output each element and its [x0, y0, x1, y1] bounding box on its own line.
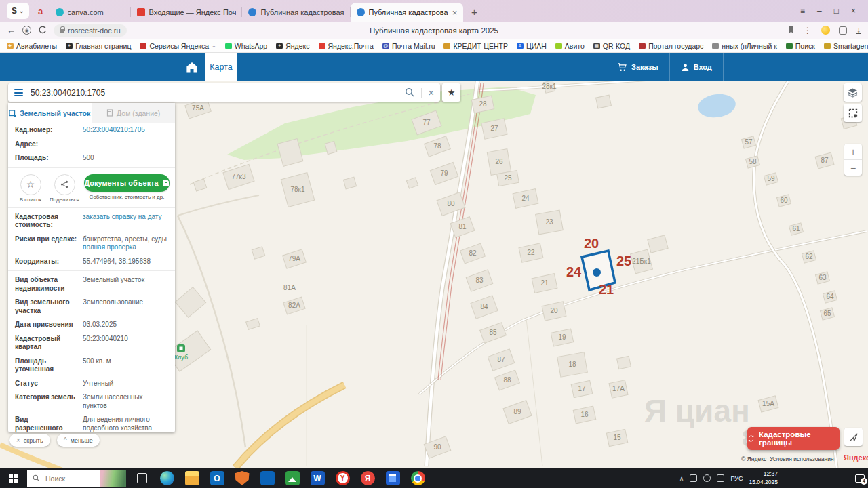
extensions-menu-icon[interactable]: ⋮ — [804, 26, 812, 35]
chrome-icon[interactable] — [409, 470, 427, 487]
language-indicator[interactable]: РУС — [730, 475, 743, 482]
tray-icon[interactable] — [690, 474, 697, 482]
alice-icon[interactable] — [821, 26, 830, 35]
house-number-label: 60 — [780, 197, 788, 204]
notification-center-icon[interactable]: 4 — [855, 474, 865, 483]
downloads-icon[interactable]: ↓ — [856, 26, 861, 34]
tray-expand-icon[interactable]: ∧ — [679, 475, 684, 482]
bookmark-item[interactable]: Smartagent.ru — [824, 42, 868, 50]
info-link[interactable]: полная проверка — [83, 243, 168, 252]
nav-tab-map[interactable]: Карта — [205, 53, 237, 81]
documents-caption: Собственник, стоимость и др. — [90, 194, 165, 200]
orders-button[interactable]: Заказы — [606, 53, 669, 81]
bookmark-item[interactable]: ✈Авиабилеты — [7, 42, 57, 50]
browser-tab[interactable]: Публичная кадастрова× — [351, 3, 464, 22]
tray-icon[interactable] — [717, 474, 724, 482]
info-row: Кад.номер:50:23:0040210:1705 — [8, 123, 175, 138]
file-explorer-icon[interactable] — [183, 470, 201, 487]
home-button[interactable] — [180, 53, 203, 81]
refresh-button[interactable] — [38, 26, 47, 35]
bookmark-item[interactable]: +Главная страниц — [66, 42, 131, 50]
taskbar-search-input[interactable] — [44, 474, 92, 483]
bookmark-item[interactable]: Сервисы Яндекса⌄ — [140, 42, 216, 50]
bookmark-item[interactable]: ▦QR-КОД — [593, 42, 630, 50]
bookmark-item[interactable]: +Яндекс — [276, 42, 309, 50]
browser-menu-icon[interactable]: ≡ — [800, 6, 805, 16]
photos-icon[interactable] — [283, 470, 301, 487]
map-canvas[interactable]: 75А77к378к179А81А82А77787980818283848587… — [0, 81, 868, 468]
back-button[interactable]: ← — [7, 26, 16, 35]
browser-tab[interactable]: Публичная кадастровая — [242, 3, 350, 22]
extension-icon[interactable] — [839, 26, 847, 35]
outlook-icon[interactable]: O — [208, 470, 226, 487]
site-settings-icon[interactable]: ◉ — [22, 26, 31, 35]
bookmark-item[interactable]: АЦИАН — [517, 42, 547, 50]
terms-link[interactable]: Условия использования — [770, 455, 833, 462]
search-icon[interactable] — [405, 87, 415, 98]
measure-button[interactable] — [844, 104, 862, 122]
task-view-icon[interactable] — [133, 470, 151, 487]
taskbar-search[interactable] — [27, 470, 126, 487]
cian-icon: А — [517, 43, 524, 49]
new-tab-button[interactable]: + — [466, 3, 482, 20]
close-window-button[interactable]: × — [851, 6, 856, 16]
defender-icon[interactable] — [233, 470, 251, 487]
house-number-label: 28 — [479, 100, 487, 108]
store-icon[interactable] — [258, 470, 276, 487]
browser-tab[interactable]: canva.com — [50, 3, 131, 22]
bookmark-item[interactable]: Яндекс.Почта — [319, 42, 374, 50]
edge-icon[interactable] — [158, 470, 176, 487]
search-input[interactable] — [29, 87, 399, 98]
bookmark-item[interactable]: Авито — [555, 42, 585, 50]
favorites-button[interactable]: ★ — [442, 83, 460, 102]
search-icon — [33, 474, 40, 482]
pinned-tab[interactable]: a — [33, 3, 48, 19]
url-field[interactable]: rosreestr-doc.ru — [54, 24, 127, 37]
info-link[interactable]: 50:23:0040210:1705 — [83, 126, 145, 134]
minimize-button[interactable]: – — [817, 6, 822, 16]
tab-building[interactable]: Дом (здание) — [92, 103, 176, 123]
bookmark-item[interactable]: @Почта Mail.ru — [382, 42, 435, 50]
bookmark-item[interactable]: Поиск — [786, 42, 815, 50]
bookmark-ribbon-icon[interactable] — [787, 26, 795, 35]
refresh-icon — [747, 434, 755, 443]
browser-tab[interactable]: Входящие — Яндекс Поч — [131, 3, 243, 22]
bookmark-item[interactable]: КРЕДИТ-ЦЕНТР — [443, 42, 507, 50]
info-label: Адрес: — [15, 140, 77, 149]
tab-land-parcel[interactable]: Земельный участок — [8, 103, 92, 123]
zoom-out-button[interactable]: − — [844, 160, 862, 176]
bookmark-label: нных (пЛичный к — [722, 42, 776, 50]
share-button[interactable]: Поделиться — [47, 174, 81, 203]
hide-panel-button[interactable]: × скрыть — [9, 434, 50, 447]
browser-profile-button[interactable]: S ⌄ — [7, 3, 29, 19]
word-icon[interactable]: W — [309, 470, 326, 487]
object-documents-button[interactable]: Документы объекта — [84, 174, 170, 192]
zoom-in-button[interactable]: + — [844, 144, 862, 160]
bookmark-item[interactable]: Портал государс — [639, 42, 703, 50]
add-to-list-button[interactable]: ☆ В список — [14, 174, 47, 203]
bookmark-item[interactable]: WhatsApp — [225, 42, 267, 50]
info-value: 03.03.2025 — [83, 321, 168, 329]
login-button[interactable]: Вход — [669, 53, 724, 81]
page-title: Публичная кадастровая карта 2025 — [0, 26, 868, 35]
tray-icon[interactable] — [703, 474, 711, 482]
bookmark-item[interactable]: нных (пЛичный к — [712, 42, 776, 50]
start-button[interactable] — [0, 468, 27, 488]
maximize-button[interactable]: □ — [834, 6, 839, 16]
info-text: Землепользование — [83, 298, 143, 306]
house-number-label: 78 — [433, 142, 441, 150]
geolocation-button[interactable] — [844, 428, 863, 446]
clear-search-icon[interactable]: × — [428, 87, 434, 98]
info-link[interactable]: заказать справку на дату — [83, 213, 162, 220]
less-panel-button[interactable]: ^ меньше — [57, 434, 100, 447]
yandex-browser-icon[interactable]: Y — [334, 470, 351, 487]
taskbar-clock[interactable]: 12:37 15.04.2025 — [749, 470, 778, 485]
menu-icon[interactable] — [14, 89, 23, 96]
calculator-icon[interactable] — [384, 470, 401, 487]
layers-button[interactable] — [844, 83, 862, 102]
house-number-label: 27 — [490, 125, 498, 132]
yandex-app-icon[interactable]: Я — [359, 470, 376, 487]
tab-close-icon[interactable]: × — [452, 8, 458, 17]
bookmark-label: WhatsApp — [235, 42, 267, 50]
cadastral-borders-button[interactable]: Кадастровые границы — [747, 427, 840, 450]
